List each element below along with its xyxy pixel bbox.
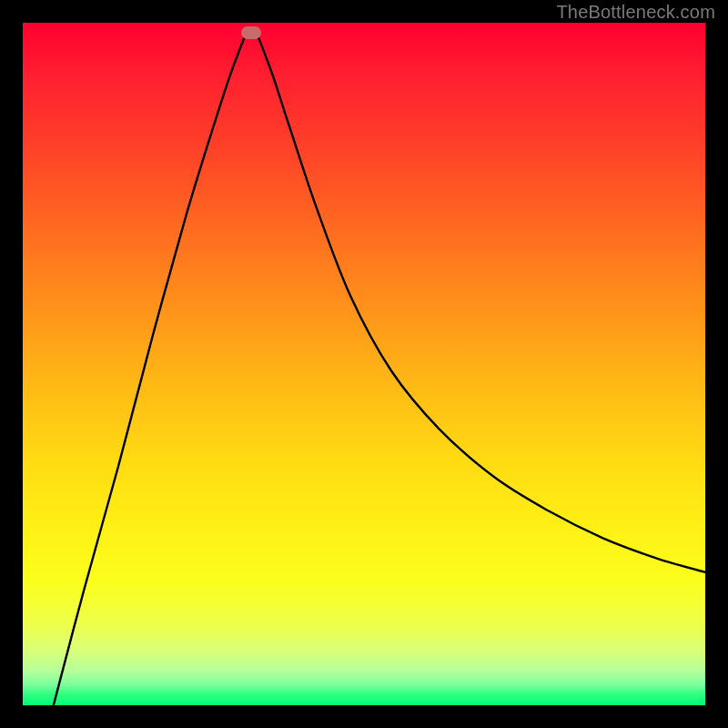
minimum-marker	[241, 26, 261, 39]
watermark-label: TheBottleneck.com	[556, 2, 715, 23]
curve-layer	[23, 23, 705, 705]
bottleneck-curve	[54, 30, 705, 706]
chart-frame: TheBottleneck.com	[0, 0, 728, 728]
plot-area	[23, 23, 705, 705]
